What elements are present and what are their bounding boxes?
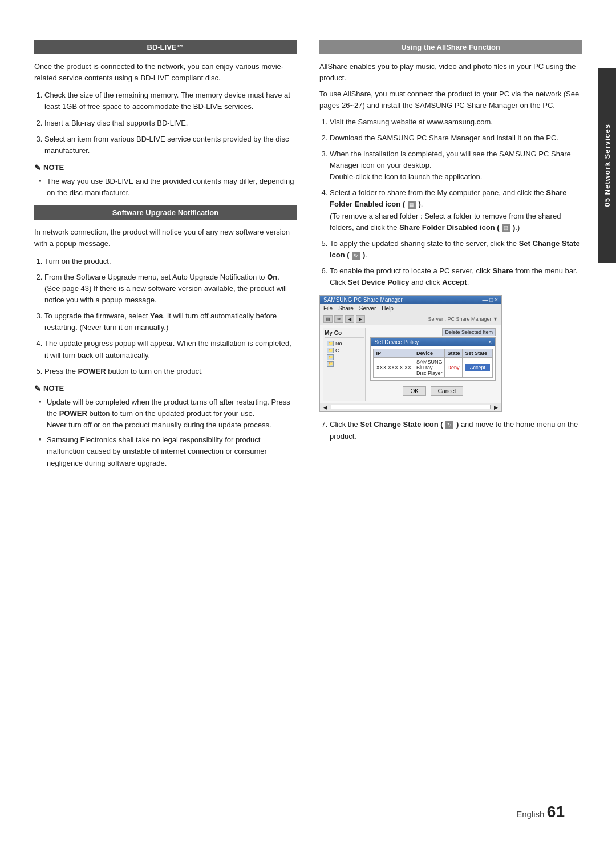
bd-live-step-3: Select an item from various BD-LIVE serv… <box>44 134 297 156</box>
table-row: XXX.XXX.X.XX SAMSUNG Blu-ray Disc Player… <box>374 358 493 378</box>
device-table: IP Device State Set State <box>373 349 493 378</box>
as-step-2: Download the SAMSUNG PC Share Manager an… <box>330 132 582 144</box>
dialog-menubar: File Share Server Help <box>320 304 501 313</box>
software-upgrade-header: Software Upgrade Notification <box>34 205 297 220</box>
cell-ip: XXX.XXX.X.XX <box>374 358 414 378</box>
dialog-status-bar: ◀ ▶ <box>320 403 501 411</box>
menu-share[interactable]: Share <box>338 305 354 312</box>
share-folder-enabled-icon: ▦ <box>408 201 416 209</box>
tree-icon-c: 📁 <box>327 348 334 353</box>
su-note-title: ✎ NOTE <box>34 384 297 393</box>
menu-server[interactable]: Server <box>359 305 376 312</box>
tree-icon-no: 📁 <box>327 341 334 346</box>
left-column: BD-LIVE™ Once the product is connected t… <box>34 40 297 476</box>
col-device: Device <box>414 349 445 358</box>
col-state: State <box>445 349 463 358</box>
allshare-header: Using the AllShare Function <box>319 40 582 54</box>
bd-live-step-1: Check the size of the remaining memory. … <box>44 90 297 112</box>
content-area: BD-LIVE™ Once the product is connected t… <box>34 40 582 476</box>
status-item-1: ◀ <box>323 405 327 410</box>
dialog-btn-row: OK Cancel <box>370 383 496 399</box>
cell-device: SAMSUNG Blu-ray Disc Player <box>414 358 445 378</box>
dialog-toolbar: ▤ ✂ ◀ ▶ Server : PC Share Manager ▼ <box>320 313 501 325</box>
footer-lang: English <box>516 809 544 819</box>
delete-selected-item-btn[interactable]: Delete Selected Item <box>442 328 496 336</box>
bd-live-note-list: The way you use BD-LIVE and the provided… <box>34 176 297 199</box>
ok-button[interactable]: OK <box>403 386 425 396</box>
dialog-controls: — □ × <box>483 297 498 303</box>
su-note-item-2: Samsung Electronics shall take no legal … <box>39 434 297 469</box>
bd-live-steps: Check the size of the remaining memory. … <box>34 90 297 156</box>
menu-file[interactable]: File <box>323 305 333 312</box>
share-folder-disabled-icon: ▨ <box>502 224 510 232</box>
footer-page-num: 61 <box>547 803 565 821</box>
page-container: 05 Network Services BD-LIVE™ Once the pr… <box>0 0 616 844</box>
sub-window-controls: × <box>488 339 492 345</box>
tree-icon-4: 📁 <box>327 361 334 367</box>
as-step-4: Select a folder to share from the My com… <box>330 187 582 233</box>
su-step-1: Turn on the product. <box>44 256 297 267</box>
set-change-state-icon-1: ↻ <box>352 252 360 260</box>
software-upgrade-note: ✎ NOTE Update will be completed when the… <box>34 384 297 469</box>
dialog-content: My Co 📁 No 📁 C 📁 <box>320 325 501 403</box>
pencil-icon: ✎ <box>34 163 41 172</box>
menu-help[interactable]: Help <box>382 305 394 312</box>
set-device-policy-window: Set Device Policy × IP Device <box>370 337 496 381</box>
as-step-3: When the installation is completed, you … <box>330 148 582 183</box>
su-note-item-1: Update will be completed when the produc… <box>39 397 297 431</box>
tree-icon-3: 📁 <box>327 354 334 360</box>
tree-item-3: 📁 <box>325 354 364 361</box>
as-step-6: To enable the product to locate a PC ser… <box>330 265 582 288</box>
side-tab: 05 Network Services <box>598 68 616 263</box>
bd-live-note: ✎ NOTE The way you use BD-LIVE and the p… <box>34 163 297 199</box>
as-step-5: To apply the updated sharing state to th… <box>330 238 582 261</box>
status-item-2 <box>331 405 491 409</box>
bd-live-intro: Once the product is connected to the net… <box>34 61 297 84</box>
bd-live-note-item-1: The way you use BD-LIVE and the provided… <box>39 176 297 199</box>
allshare-intro2: To use AllShare, you must connect the pr… <box>319 88 582 111</box>
allshare-step-7-list: Click the Set Change State icon ( ↻ ) an… <box>319 419 582 442</box>
side-tab-text: 05 Network Services <box>603 124 611 207</box>
footer: English 61 <box>516 803 565 821</box>
toolbar-icon-3[interactable]: ◀ <box>345 315 354 323</box>
as-step-1: Visit the Samsung website at www.samsung… <box>330 116 582 128</box>
su-step-5: Press the POWER button to turn on the pr… <box>44 366 297 377</box>
set-device-policy-title: Set Device Policy × <box>371 338 495 346</box>
cancel-button[interactable]: Cancel <box>431 386 463 396</box>
accept-button[interactable]: Accept <box>465 364 490 371</box>
tree-item-4: 📁 <box>325 361 364 368</box>
software-upgrade-steps: Turn on the product. From the Software U… <box>34 256 297 377</box>
my-computer-label: My Co <box>325 329 364 338</box>
tree-item-no: 📁 No <box>325 340 364 347</box>
allshare-intro1: AllShare enables you to play music, vide… <box>319 61 582 84</box>
bd-live-header: BD-LIVE™ <box>34 40 297 54</box>
col-ip: IP <box>374 349 414 358</box>
toolbar-icons: ▤ ✂ ◀ ▶ <box>323 315 365 323</box>
allshare-steps: Visit the Samsung website at www.samsung… <box>319 116 582 289</box>
toolbar-icon-4[interactable]: ▶ <box>356 315 365 323</box>
bd-live-note-title: ✎ NOTE <box>34 163 297 172</box>
pencil-icon-2: ✎ <box>34 384 41 393</box>
dialog-titlebar: SAMSUNG PC Share Manager — □ × <box>320 296 501 304</box>
set-change-state-icon-2: ↻ <box>445 421 453 429</box>
left-panel: My Co 📁 No 📁 C 📁 <box>323 328 366 401</box>
bd-live-step-2: Insert a Blu-ray disc that supports BD-L… <box>44 118 297 129</box>
status-item-3: ▶ <box>494 405 498 410</box>
col-set-state: Set State <box>463 349 493 358</box>
right-panel: Delete Selected Item Set Device Policy × <box>368 328 498 401</box>
su-step-3: To upgrade the firmware, select Yes. It … <box>44 310 297 333</box>
as-step-7: Click the Set Change State icon ( ↻ ) an… <box>330 419 582 442</box>
server-label: Server : PC Share Manager ▼ <box>428 316 498 322</box>
dialog-title: SAMSUNG PC Share Manager <box>323 297 403 303</box>
su-note-list: Update will be completed when the produc… <box>34 397 297 469</box>
set-device-policy-content: IP Device State Set State <box>371 346 495 380</box>
toolbar-icon-1[interactable]: ▤ <box>323 315 333 323</box>
dialog-screenshot: SAMSUNG PC Share Manager — □ × File Shar… <box>319 295 502 412</box>
software-upgrade-intro: In network connection, the product will … <box>34 227 297 249</box>
su-step-2: From the Software Upgrade menu, set Auto… <box>44 272 297 306</box>
cell-state: Deny <box>445 358 463 378</box>
su-step-4: The update progress popup will appear. W… <box>44 338 297 361</box>
toolbar-icon-2[interactable]: ✂ <box>334 315 343 323</box>
cell-set-state: Accept <box>463 358 493 378</box>
right-column: Using the AllShare Function AllShare ena… <box>319 40 582 476</box>
